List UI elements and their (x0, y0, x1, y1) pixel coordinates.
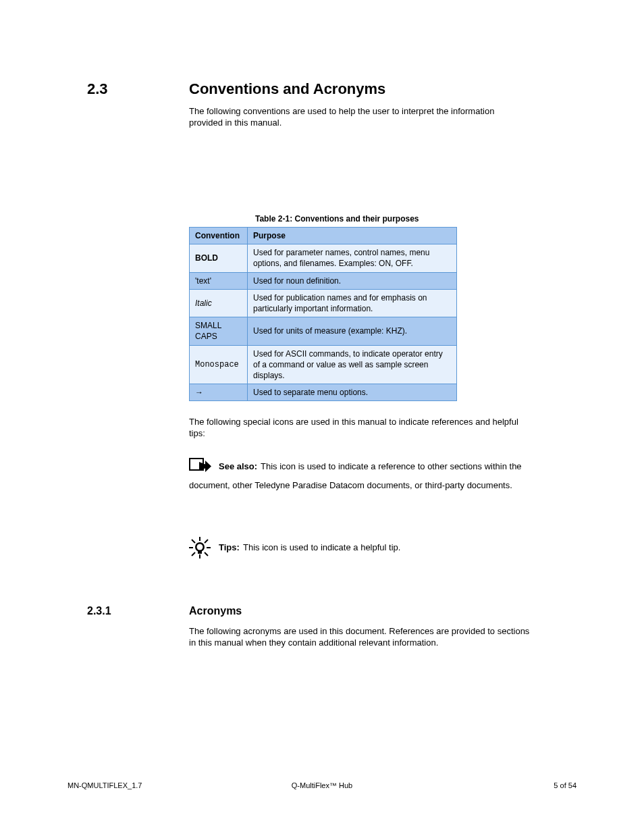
conventions-table: Convention Purpose BOLD Used for paramet… (189, 227, 457, 401)
table-caption: Table 2-1: Conventions and their purpose… (255, 213, 419, 224)
svg-line-8 (192, 552, 195, 556)
table-row: SMALL CAPS Used for units of measure (ex… (190, 317, 457, 345)
subsection-title: Acronyms (189, 604, 242, 619)
th-purpose: Purpose (248, 228, 457, 244)
cell-purpose: Used for ASCII commands, to indicate ope… (248, 345, 457, 384)
table-row: Italic Used for publication names and fo… (190, 289, 457, 317)
see-also-desc-2: document, other Teledyne Paradise Dataco… (189, 479, 512, 492)
section-number: 2.3 (87, 79, 108, 99)
tips-label: Tips: (219, 542, 240, 554)
cell-convention: BOLD (190, 244, 248, 272)
svg-line-9 (205, 540, 208, 543)
table-row: Monospace Used for ASCII commands, to in… (190, 345, 457, 384)
section-title: Conventions and Acronyms (189, 79, 385, 99)
tip-icon (189, 537, 211, 562)
icons-intro-line-1: The following special icons are used in … (189, 416, 518, 428)
acronyms-line-2: in this manual when they contain additio… (189, 637, 438, 649)
svg-line-7 (205, 552, 208, 556)
see-also-label: See also: (219, 461, 257, 473)
svg-rect-12 (198, 550, 202, 554)
cell-convention: Monospace (190, 345, 248, 384)
cell-purpose: Used for noun definition. (248, 272, 457, 289)
svg-line-6 (192, 540, 195, 543)
tips-desc: This icon is used to indicate a helpful … (243, 542, 400, 554)
svg-point-11 (197, 544, 203, 550)
footer-title: Q-MultiFlex™ Hub (0, 781, 644, 791)
table-row: → Used to separate menu options. (190, 384, 457, 401)
cell-purpose: Used for parameter names, control names,… (248, 244, 457, 272)
cell-convention: → (190, 384, 248, 401)
intro-line-2: provided in this manual. (189, 117, 281, 129)
cell-purpose: Used to separate menu options. (248, 384, 457, 401)
reference-icon (189, 458, 212, 479)
cell-convention: SMALL CAPS (190, 317, 248, 345)
icons-intro-line-2: tips: (189, 427, 205, 440)
intro-line-1: The following conventions are used to he… (189, 105, 494, 118)
footer-page: 5 of 54 (554, 781, 576, 791)
table-header-row: Convention Purpose (190, 228, 457, 244)
cell-convention: Italic (190, 289, 248, 317)
acronyms-line-1: The following acronyms are used in this … (189, 625, 529, 637)
see-also-desc-1: This icon is used to indicate a referenc… (261, 461, 522, 473)
subsection-number: 2.3.1 (87, 604, 111, 619)
cell-purpose: Used for publication names and for empha… (248, 289, 457, 317)
table-row: BOLD Used for parameter names, control n… (190, 244, 457, 272)
th-convention: Convention (190, 228, 248, 244)
cell-convention: 'text' (190, 272, 248, 289)
table-row: 'text' Used for noun definition. (190, 272, 457, 289)
cell-purpose: Used for units of measure (example: KHZ)… (248, 317, 457, 345)
